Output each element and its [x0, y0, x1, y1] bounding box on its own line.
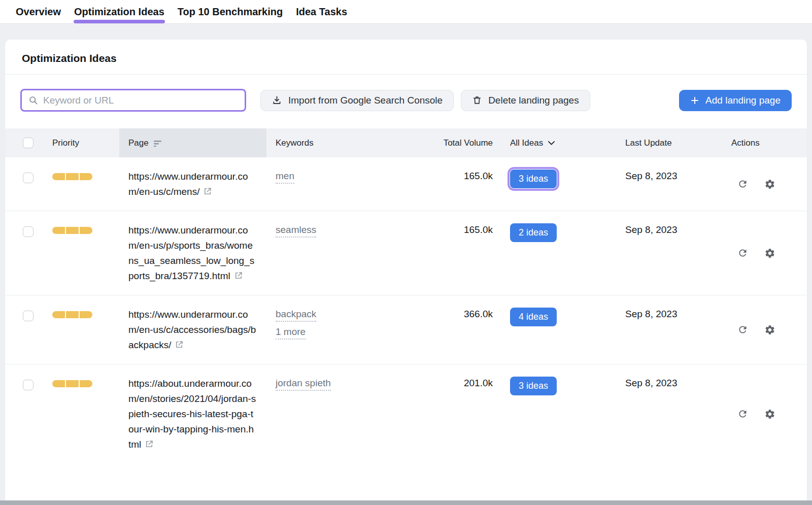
external-link-icon[interactable]	[175, 340, 184, 349]
page-body: Optimization Ideas Import from Google Se…	[0, 24, 812, 505]
actions-cell	[723, 295, 807, 364]
tab-optimization-ideas[interactable]: Optimization Ideas	[74, 0, 165, 23]
total-volume-header-label: Total Volume	[444, 138, 493, 148]
page-url: https://www.underarmour.com/en-us/c/mens…	[128, 171, 248, 197]
total-volume-value: 165.0k	[419, 157, 500, 211]
column-header-priority: Priority	[46, 138, 119, 148]
priority-indicator	[52, 311, 119, 318]
last-update-value: Sep 8, 2023	[617, 364, 723, 463]
search-input[interactable]	[43, 95, 238, 106]
tab-top-10-benchmarking[interactable]: Top 10 Benchmarking	[177, 0, 283, 23]
refresh-icon[interactable]	[737, 179, 748, 189]
settings-gear-icon[interactable]	[764, 248, 775, 259]
panel-header: Optimization Ideas	[5, 40, 807, 75]
priority-bar-segment	[80, 311, 92, 318]
refresh-icon[interactable]	[737, 324, 748, 335]
row-checkbox[interactable]	[23, 311, 33, 321]
priority-header-label: Priority	[52, 138, 79, 148]
sort-descending-icon	[154, 140, 162, 147]
priority-bar-segment	[52, 227, 65, 234]
page-url-cell: https://www.underarmour.com/en-us/c/acce…	[119, 295, 266, 364]
priority-bar-segment	[66, 227, 79, 234]
last-update-header-label: Last Update	[625, 138, 672, 148]
page-url-cell: https://about.underarmour.com/en/stories…	[119, 364, 266, 463]
keyword-link[interactable]: men	[276, 169, 294, 184]
total-volume-value: 201.0k	[419, 364, 500, 463]
ideas-button[interactable]: 2 ideas	[510, 223, 557, 242]
actions-cell	[723, 211, 807, 295]
page-title: Optimization Ideas	[22, 52, 790, 64]
tab-overview[interactable]: Overview	[15, 0, 61, 23]
add-landing-page-label: Add landing page	[705, 95, 781, 106]
priority-bar-segment	[52, 173, 65, 180]
priority-bar-segment	[80, 227, 92, 234]
import-gsc-button[interactable]: Import from Google Search Console	[260, 90, 454, 111]
ideas-button[interactable]: 4 ideas	[510, 308, 557, 326]
chevron-down-icon	[548, 141, 555, 146]
ideas-cell: 3 ideas	[500, 364, 617, 463]
actions-cell	[723, 364, 807, 463]
priority-cell	[46, 211, 119, 295]
priority-bar-segment	[80, 173, 92, 180]
keyword-link[interactable]: jordan spieth	[276, 376, 331, 391]
page-url-cell: https://www.underarmour.com/en-us/p/spor…	[119, 211, 266, 295]
settings-gear-icon[interactable]	[764, 324, 775, 335]
tab-idea-tasks[interactable]: Idea Tasks	[295, 0, 348, 23]
keyword-link[interactable]: 1 more	[276, 325, 306, 340]
actions-cell	[723, 157, 807, 211]
ideas-filter-dropdown[interactable]: All Ideas	[510, 138, 555, 148]
add-landing-page-button[interactable]: Add landing page	[679, 90, 792, 111]
search-box	[20, 89, 246, 112]
row-checkbox-cell	[5, 211, 46, 295]
column-header-ideas: All Ideas	[500, 138, 617, 148]
ideas-button[interactable]: 3 ideas	[510, 170, 557, 188]
keywords-cell: seamless	[266, 211, 419, 295]
page-url-cell: https://www.underarmour.com/en-us/c/mens…	[119, 157, 266, 211]
plus-icon	[690, 96, 699, 105]
ideas-filter-label: All Ideas	[510, 138, 543, 148]
row-checkbox-cell	[5, 295, 46, 364]
row-checkbox[interactable]	[23, 380, 33, 390]
import-gsc-label: Import from Google Search Console	[288, 95, 443, 106]
trash-icon	[472, 95, 482, 106]
settings-gear-icon[interactable]	[764, 409, 775, 420]
actions-header-label: Actions	[731, 138, 760, 148]
keyword-link[interactable]: backpack	[276, 307, 316, 322]
priority-indicator	[52, 380, 119, 387]
external-link-icon[interactable]	[203, 187, 212, 196]
keywords-header-label: Keywords	[276, 138, 314, 148]
page-url: https://www.underarmour.com/en-us/c/acce…	[128, 309, 256, 350]
column-header-total-volume: Total Volume	[419, 138, 500, 148]
ideas-button[interactable]: 3 ideas	[510, 377, 557, 395]
priority-cell	[46, 295, 119, 364]
refresh-icon[interactable]	[737, 248, 748, 258]
optimization-ideas-panel: Optimization Ideas Import from Google Se…	[5, 40, 807, 505]
priority-bar-segment	[52, 311, 65, 318]
last-update-value: Sep 8, 2023	[617, 295, 723, 364]
ideas-cell: 4 ideas	[500, 295, 617, 364]
table-row: https://www.underarmour.com/en-us/c/mens…	[5, 157, 807, 211]
column-header-last-update: Last Update	[617, 138, 723, 148]
keywords-cell: jordan spieth	[266, 364, 419, 463]
table-body: https://www.underarmour.com/en-us/c/mens…	[5, 157, 807, 463]
refresh-icon[interactable]	[737, 409, 748, 419]
table-row: https://about.underarmour.com/en/stories…	[5, 364, 807, 463]
table-header: Priority Page Keywords Total Volume All …	[5, 128, 807, 157]
ideas-cell: 3 ideas	[500, 157, 617, 211]
external-link-icon[interactable]	[234, 271, 243, 280]
last-update-value: Sep 8, 2023	[617, 157, 723, 211]
priority-bar-segment	[66, 380, 79, 387]
delete-landing-pages-button[interactable]: Delete landing pages	[461, 90, 590, 111]
priority-bar-segment	[66, 311, 79, 318]
row-checkbox[interactable]	[23, 173, 33, 183]
total-volume-value: 366.0k	[419, 295, 500, 364]
column-header-page[interactable]: Page	[119, 128, 266, 157]
external-link-icon[interactable]	[145, 440, 154, 449]
keyword-link[interactable]: seamless	[276, 223, 316, 238]
keywords-cell: backpack1 more	[266, 295, 419, 364]
priority-bar-segment	[52, 380, 65, 387]
window-bottom-edge	[0, 500, 812, 505]
select-all-checkbox[interactable]	[23, 138, 33, 148]
row-checkbox[interactable]	[23, 226, 33, 237]
settings-gear-icon[interactable]	[764, 179, 775, 190]
